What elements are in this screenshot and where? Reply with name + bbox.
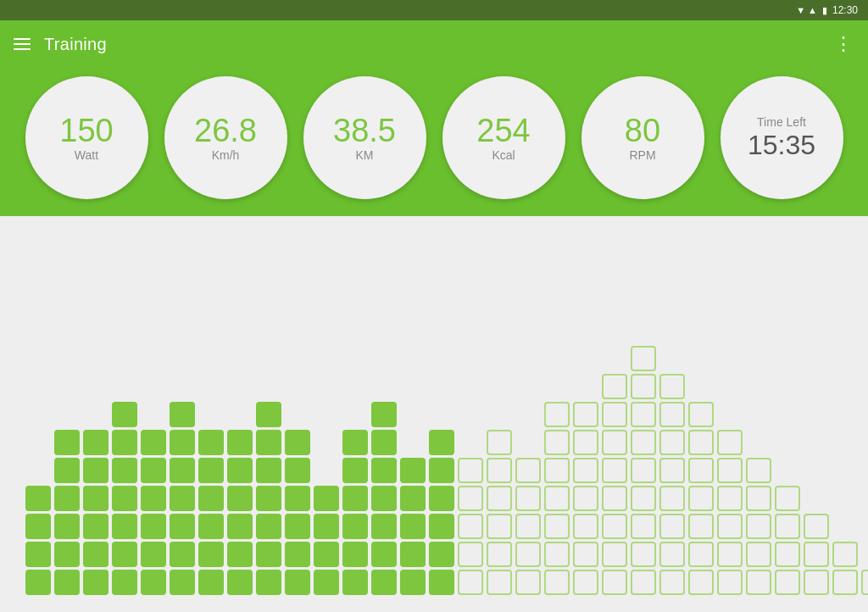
bar-column	[861, 570, 868, 595]
bar-cell	[717, 486, 743, 511]
bar-cell	[83, 570, 108, 595]
bar-cell	[717, 542, 743, 567]
bar-column	[198, 430, 224, 595]
bar-cell	[371, 514, 397, 539]
bar-cell	[314, 486, 339, 511]
bar-cell	[659, 542, 685, 567]
bar-cell	[285, 430, 310, 455]
bar-cell	[544, 514, 570, 539]
bar-cell	[775, 514, 800, 539]
bar-cell	[429, 542, 454, 567]
bar-cell	[112, 514, 137, 539]
bar-cell	[54, 570, 80, 595]
bar-cell	[314, 514, 339, 539]
bar-cell	[573, 514, 598, 539]
bar-cell	[688, 542, 714, 567]
bar-cell	[832, 542, 858, 567]
speed-value: 26.8	[194, 114, 257, 149]
bar-cell	[141, 542, 166, 567]
bar-cell	[688, 514, 714, 539]
bar-cell	[631, 402, 656, 427]
bar-cell	[458, 570, 483, 595]
bar-cell	[112, 570, 137, 595]
bar-cell	[285, 514, 310, 539]
bar-cell	[342, 570, 368, 595]
menu-icon[interactable]	[14, 38, 31, 50]
bar-cell	[54, 430, 80, 455]
bar-cell	[170, 570, 195, 595]
status-time: 12:30	[832, 4, 858, 16]
bar-cell	[285, 458, 310, 483]
bar-cell	[775, 486, 800, 511]
bar-cell	[515, 542, 541, 567]
bar-cell	[198, 430, 224, 455]
bar-cell	[170, 402, 195, 427]
bar-column	[227, 430, 253, 595]
bar-column	[25, 486, 51, 595]
bar-cell	[458, 486, 483, 511]
bar-cell	[631, 346, 656, 371]
bar-cell	[112, 542, 137, 567]
bar-cell	[746, 570, 771, 595]
bar-cell	[400, 542, 426, 567]
bar-cell	[458, 458, 483, 483]
bar-cell	[25, 542, 51, 567]
bar-column	[515, 458, 541, 595]
bar-cell	[688, 570, 714, 595]
bar-column	[804, 514, 829, 595]
signal-icon: ▼ ▲	[796, 5, 817, 15]
bar-cell	[141, 514, 166, 539]
bar-cell	[775, 570, 800, 595]
bar-cell	[631, 570, 656, 595]
bar-cell	[602, 486, 627, 511]
bar-cell	[141, 570, 166, 595]
bar-cell	[256, 458, 281, 483]
bar-cell	[285, 570, 310, 595]
bar-cell	[227, 486, 253, 511]
bar-cell	[342, 458, 368, 483]
kcal-value: 254	[476, 114, 530, 149]
bar-column	[429, 430, 454, 595]
bar-cell	[198, 570, 224, 595]
bar-cell	[170, 542, 195, 567]
bar-cell	[688, 458, 714, 483]
bar-cell	[400, 570, 426, 595]
bar-cell	[804, 542, 829, 567]
bar-cell	[487, 570, 512, 595]
distance-unit: KM	[356, 148, 374, 162]
bar-cell	[198, 514, 224, 539]
bar-cell	[25, 514, 51, 539]
bar-cell	[631, 514, 656, 539]
bar-cell	[314, 542, 339, 567]
watt-unit: Watt	[75, 148, 98, 162]
kcal-unit: Kcal	[492, 148, 515, 162]
bar-cell	[371, 570, 397, 595]
bar-cell	[429, 514, 454, 539]
bar-cell	[602, 430, 627, 455]
bar-column	[285, 430, 310, 595]
bar-cell	[659, 486, 685, 511]
bar-column	[659, 374, 685, 595]
bar-cell	[544, 430, 570, 455]
bar-cell	[544, 570, 570, 595]
bar-column	[832, 542, 858, 595]
bar-cell	[573, 458, 598, 483]
bar-cell	[544, 542, 570, 567]
bar-cell	[487, 514, 512, 539]
bar-cell	[342, 514, 368, 539]
battery-icon: ▮	[822, 5, 827, 16]
bar-cell	[198, 486, 224, 511]
bar-cell	[285, 486, 310, 511]
bar-cell	[83, 514, 108, 539]
bar-cell	[659, 514, 685, 539]
bar-cell	[400, 514, 426, 539]
bar-cell	[83, 458, 108, 483]
more-options-icon[interactable]: ⋮	[834, 35, 854, 53]
bar-cell	[746, 514, 771, 539]
bar-column	[688, 402, 714, 595]
bar-column	[458, 458, 483, 595]
bar-cell	[371, 458, 397, 483]
bar-cell	[515, 486, 541, 511]
bar-cell	[54, 514, 80, 539]
bar-column	[573, 402, 598, 595]
